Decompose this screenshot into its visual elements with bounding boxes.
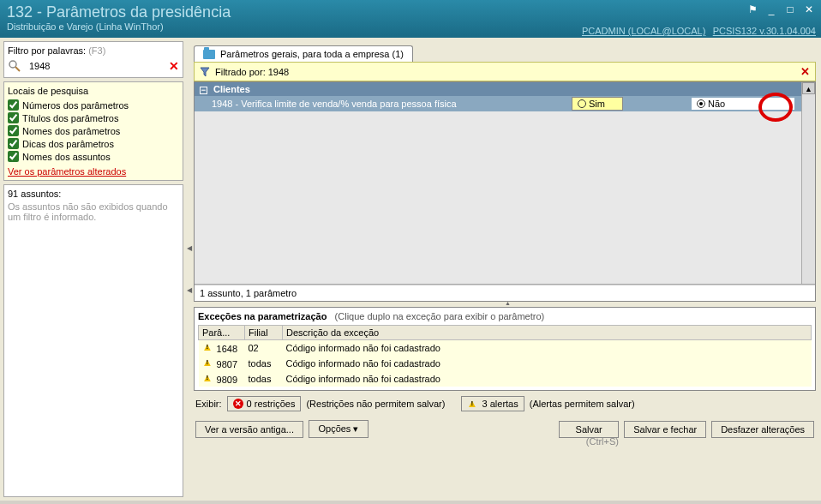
close-button[interactable]: ✕ [800,3,818,17]
exceptions-table: Parâ... Filial Descrição da exceção 1648… [198,325,812,387]
button-row: Ver a versão antiga... Opções ▾ Salvar S… [194,417,816,438]
options-button[interactable]: Opções ▾ [309,420,369,438]
filter-input[interactable] [25,58,165,74]
radio-icon [578,99,586,108]
filtered-by-bar: Filtrado por: 1948 ✕ [194,62,816,81]
left-pane: Filtro por palavras: (F3) ✕ Locais de pe… [0,38,187,501]
check-label: Nomes dos parâmetros [22,126,120,136]
horizontal-splitter[interactable] [194,302,816,307]
col-filial[interactable]: Filial [245,326,283,340]
collapse-icon[interactable]: − [200,87,207,94]
subjects-title: 91 assuntos: [8,189,179,199]
col-desc[interactable]: Descrição da exceção [283,326,812,340]
clear-filter-icon[interactable]: ✕ [169,59,179,73]
tab-label: Parâmetros gerais, para toda a empresa (… [220,49,404,59]
search-locations-title: Locais de pesquisa [8,86,179,96]
radio-icon [697,99,705,108]
radio-sim[interactable]: Sim [572,97,623,111]
group-header-clientes[interactable]: − Clientes [195,82,815,96]
version-link[interactable]: PCSIS132 v.30.1.04.004 [713,26,816,36]
vertical-scrollbar[interactable]: ▲ [801,82,815,284]
col-param[interactable]: Parâ... [199,326,245,340]
check-titulos[interactable] [8,112,19,123]
old-version-button[interactable]: Ver a versão antiga... [195,421,303,438]
restrictions-hint: (Restrições não permitem salvar) [306,399,445,409]
search-locations-panel: Locais de pesquisa Números dos parâmetro… [3,81,183,181]
alerts-hint: (Alertas permitem salvar) [530,399,635,409]
exception-row[interactable]: 9809 todas Código informado não foi cada… [199,371,812,387]
check-nomes-param[interactable] [8,125,19,136]
check-label: Nomes dos assuntos [22,152,111,162]
check-label: Dicas dos parâmetros [22,139,114,149]
exception-row[interactable]: 1648 02 Código informado não foi cadastr… [199,340,812,357]
show-label: Exibir: [195,399,222,409]
svg-line-1 [15,67,20,71]
save-button[interactable]: Salvar [559,421,619,438]
minimize-button[interactable]: _ [763,3,780,17]
search-icon [8,59,21,73]
right-pane: Parâmetros gerais, para toda a empresa (… [192,38,821,501]
filter-label: Filtro por palavras: (F3) [8,45,179,56]
save-shortcut-hint: (Ctrl+S) [194,436,816,447]
restrictions-button[interactable]: ✕ 0 restrições [227,396,302,411]
warning-icon [467,399,479,409]
titlebar: 132 - Parâmetros da presidência Distribu… [0,0,821,38]
warning-icon [202,357,214,368]
filtered-by-label: Filtrado por: 1948 [215,67,289,77]
undo-button[interactable]: Desfazer alterações [711,421,814,438]
check-nomes-assuntos[interactable] [8,151,19,162]
grid-footer: 1 assunto, 1 parâmetro [195,285,815,301]
subjects-empty-msg: Os assuntos não são exibidos quando um f… [8,201,179,222]
check-dicas[interactable] [8,138,19,149]
check-label: Títulos dos parâmetros [22,113,119,123]
window-title: 132 - Parâmetros da presidência [7,3,814,21]
check-numeros[interactable] [8,99,19,111]
flag-icon[interactable]: ⚑ [744,3,761,17]
exceptions-hint: (Clique duplo na exceção para exibir o p… [335,311,545,321]
param-row-1948[interactable]: 1948 - Verifica limite de venda/% venda … [195,96,815,111]
tab-general-params[interactable]: Parâmetros gerais, para toda a empresa (… [194,45,413,62]
exception-row[interactable]: 9807 todas Código informado não foi cada… [199,356,812,371]
warning-icon [202,373,214,383]
svg-point-0 [9,61,16,68]
folder-icon [203,50,215,59]
user-link[interactable]: PCADMIN (LOCAL@LOCAL) [582,26,705,36]
alerts-button[interactable]: 3 alertas [461,396,524,411]
check-label: Números dos parâmetros [22,100,129,111]
user-info: PCADMIN (LOCAL@LOCAL) PCSIS132 v.30.1.04… [582,26,816,36]
altered-params-link[interactable]: Ver os parâmetros alterados [8,166,179,177]
funnel-icon [200,67,210,77]
exceptions-title: Exceções na parametrização [198,311,327,321]
radio-nao[interactable]: Não [692,98,794,110]
error-icon: ✕ [233,399,243,409]
filter-panel: Filtro por palavras: (F3) ✕ [3,41,183,78]
params-grid: − Clientes 1948 - Verifica limite de ven… [194,81,816,302]
save-close-button[interactable]: Salvar e fechar [624,421,706,438]
param-desc: 1948 - Verifica limite de venda/% venda … [212,99,537,109]
clear-filter-bar-icon[interactable]: ✕ [800,65,810,78]
exceptions-panel: Exceções na parametrização (Clique duplo… [194,307,816,391]
subjects-panel: 91 assuntos: Os assuntos não são exibido… [3,184,183,497]
warning-icon [202,342,214,352]
tab-bar: Parâmetros gerais, para toda a empresa (… [194,41,816,62]
window-controls: ⚑ _ □ ✕ [744,3,818,17]
show-row: Exibir: ✕ 0 restrições (Restrições não p… [194,391,816,417]
scroll-up-icon[interactable]: ▲ [802,82,815,94]
maximize-button[interactable]: □ [782,3,799,17]
